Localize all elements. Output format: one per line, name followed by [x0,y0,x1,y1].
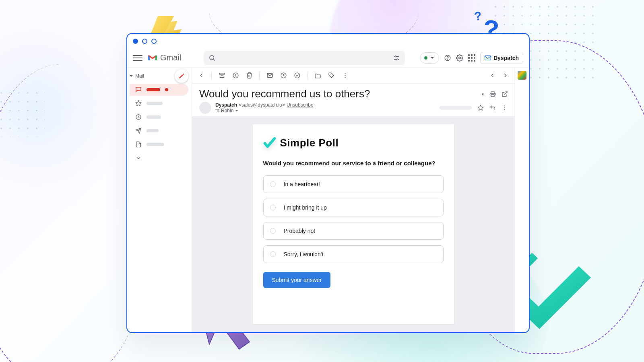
radio-icon [270,251,276,257]
window-dot-min[interactable] [142,39,147,44]
status-dot-icon [424,56,427,60]
unsubscribe-link[interactable]: Unsubscribe [287,102,314,108]
pager-prev[interactable] [487,70,497,81]
poll-email-card: Simple Poll Would you recommend our serv… [253,124,454,324]
open-new-window-icon[interactable] [502,91,508,97]
archive-button[interactable] [217,70,227,81]
envelope-icon [485,56,491,60]
svg-point-39 [504,107,505,108]
account-brand-chip[interactable]: Dyspatch [480,52,523,64]
account-brand-label: Dyspatch [493,55,519,61]
unread-badge [165,88,168,91]
search-bar[interactable] [204,51,405,65]
sidebar-item-drafts[interactable] [130,138,188,150]
nav-label-placeholder [147,115,161,119]
svg-point-26 [235,76,235,77]
inbox-icon [135,86,142,93]
to-prefix: to [215,108,219,113]
svg-point-10 [210,56,214,60]
status-pill[interactable] [420,52,439,64]
menu-icon[interactable] [133,53,142,63]
svg-line-11 [214,59,215,60]
svg-marker-20 [136,101,141,106]
labels-button[interactable] [326,70,336,81]
sidebar-item-sent[interactable] [130,125,188,137]
reply-icon[interactable] [489,105,496,111]
window-dot-close[interactable] [133,39,138,44]
star-icon[interactable] [477,105,484,111]
more-vert-icon[interactable] [502,105,508,111]
poll-option[interactable]: Sorry, I wouldn't [263,245,444,263]
svg-line-36 [504,92,507,95]
addon-calendar-icon[interactable] [518,71,526,80]
svg-point-33 [345,77,345,78]
window-dot-max[interactable] [151,39,157,44]
recipient-dropdown[interactable]: to Robin [215,108,314,113]
timestamp-placeholder [440,106,472,110]
mark-unread-button[interactable] [264,70,275,81]
gmail-logo[interactable]: Gmail [147,53,181,62]
svg-marker-37 [478,105,483,110]
poll-option-label: Probably not [284,228,316,234]
poll-brand-label: Simple Poll [280,137,339,149]
poll-option-label: Sorry, I wouldn't [284,251,324,257]
svg-point-13 [395,56,396,57]
poll-option[interactable]: I might bring it up [263,199,444,216]
chevron-down-icon [431,57,434,60]
svg-point-17 [447,59,448,60]
sidebar-item-snoozed[interactable] [130,111,188,123]
svg-point-32 [345,75,345,76]
svg-rect-19 [485,56,491,60]
pager-next[interactable] [500,70,510,81]
svg-point-40 [504,109,505,110]
print-icon[interactable] [489,91,496,97]
sidebar-item-starred[interactable] [130,97,188,109]
snooze-button[interactable] [278,70,289,81]
nav-label-placeholder [147,129,159,132]
svg-rect-22 [219,73,225,74]
google-apps-icon[interactable] [468,54,475,62]
to-name: Robin [221,108,233,113]
help-icon[interactable] [444,54,451,62]
message-toolbar [192,68,514,84]
gmail-browser-window: Gmail Dyspatch Mail [126,33,530,333]
back-button[interactable] [196,70,206,81]
poll-option[interactable]: In a heartbeat! [263,175,444,193]
email-subject: Would you recommend us to others? [199,88,370,100]
chevron-down-icon [235,110,238,113]
search-icon [208,54,216,62]
sidebar-item-label: Mail [135,73,144,79]
gmail-brand-text: Gmail [160,53,181,62]
avatar [199,102,211,114]
sidebar-item-inbox[interactable] [130,84,188,96]
svg-marker-7 [150,56,155,59]
poll-option-label: I might bring it up [284,204,327,211]
report-spam-button[interactable] [230,70,241,81]
search-input[interactable] [220,55,389,61]
sender-email: <sales@dyspatch.io> [239,102,285,108]
mail-dropdown[interactable]: Mail [130,73,144,79]
poll-question: Would you recommend our service to a fri… [263,160,444,167]
poll-option[interactable]: Probably not [263,222,444,240]
delete-button[interactable] [244,70,254,81]
chevron-down-icon [130,75,133,78]
svg-point-15 [397,59,398,60]
sender-row: Dyspatch <sales@dyspatch.io> Unsubscribe… [192,102,514,116]
svg-point-31 [345,73,345,74]
poll-brand: Simple Poll [263,136,444,149]
nav-label-placeholder [147,88,160,91]
svg-rect-34 [491,92,494,93]
search-options-icon[interactable] [393,54,400,62]
svg-point-29 [295,73,300,78]
sidebar-item-more[interactable] [130,152,188,164]
clock-icon [135,114,142,120]
move-to-button[interactable] [312,70,323,81]
poll-option-label: In a heartbeat! [284,181,320,187]
add-to-tasks-button[interactable] [292,70,302,81]
submit-button[interactable]: Submit your answer [263,272,331,288]
star-icon [135,100,142,107]
sender-name: Dyspatch [215,102,237,108]
more-actions-button[interactable] [340,70,350,81]
settings-gear-icon[interactable] [456,54,463,62]
compose-button[interactable] [175,69,188,83]
